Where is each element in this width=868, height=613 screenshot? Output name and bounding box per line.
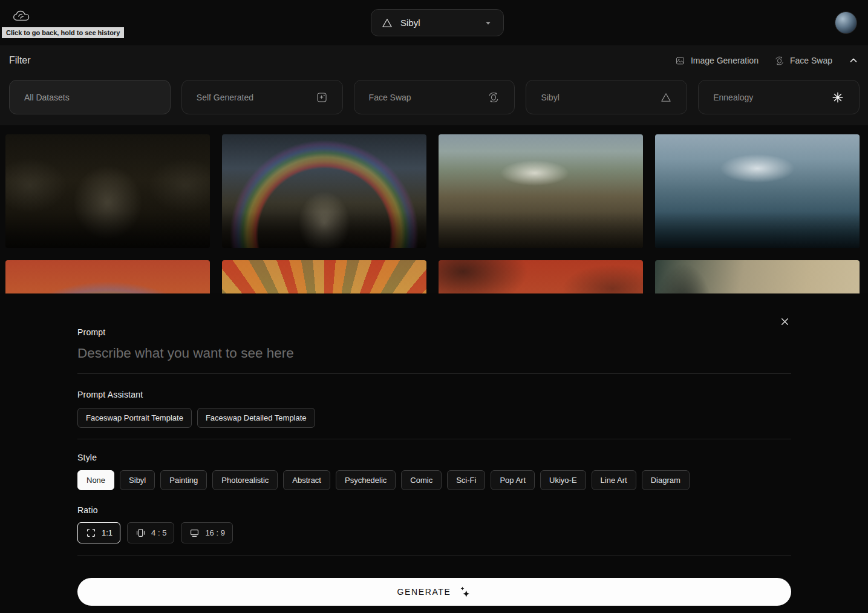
ratio-button-4-5[interactable]: 4 : 5: [127, 522, 174, 543]
style-chip-psychedelic[interactable]: Psychedelic: [336, 470, 396, 490]
prompt-assistant-label: Prompt Assistant: [77, 390, 791, 399]
generate-button[interactable]: GENERATE: [77, 578, 791, 606]
divider: [77, 556, 791, 556]
divider: [77, 439, 791, 439]
gallery-image-2[interactable]: [222, 134, 426, 248]
model-selector[interactable]: Sibyl: [371, 9, 504, 36]
ratio-button-1-1[interactable]: 1:1: [77, 522, 120, 543]
style-chip-painting[interactable]: Painting: [160, 470, 207, 490]
close-sheet-button[interactable]: [777, 313, 792, 329]
prompt-label: Prompt: [77, 327, 791, 337]
style-chip-comic[interactable]: Comic: [401, 470, 442, 490]
style-chip-ukiyo-e[interactable]: Ukiyo-E: [540, 470, 586, 490]
mode-image-generation[interactable]: Image Generation: [675, 56, 759, 66]
ratio-button-16-9[interactable]: 16 : 9: [181, 522, 233, 543]
style-chip-line-art[interactable]: Line Art: [592, 470, 636, 490]
gallery-image-1[interactable]: [5, 134, 210, 248]
face-swap-icon: [488, 91, 500, 103]
cloud-logo-icon: [12, 8, 33, 24]
dataset-filter-face-swap[interactable]: Face Swap: [354, 80, 515, 114]
style-chip-diagram[interactable]: Diagram: [642, 470, 690, 490]
portrait-ratio-icon: [135, 527, 146, 539]
ratio-option-label: 1:1: [102, 528, 113, 537]
mode-label: Image Generation: [691, 56, 759, 65]
style-chip-photorealistic[interactable]: Photorealistic: [212, 470, 278, 490]
dataset-filter-all[interactable]: All Datasets: [9, 80, 171, 114]
template-faceswap-portrait-button[interactable]: Faceswap Portrait Template: [77, 408, 192, 428]
filter-title: Filter: [9, 55, 31, 66]
prompt-input[interactable]: [77, 337, 791, 374]
template-faceswap-detailed-button[interactable]: Faceswap Detailed Template: [197, 408, 315, 428]
style-chip-pop-art[interactable]: Pop Art: [491, 470, 535, 490]
dataset-filter-row: All Datasets Self Generated Face Swap: [9, 80, 860, 114]
gallery-image-3[interactable]: [439, 134, 643, 248]
mode-label: Face Swap: [790, 56, 832, 65]
dataset-filter-ennealogy[interactable]: Ennealogy: [698, 80, 860, 114]
mode-group: Image Generation Face Swap: [675, 55, 859, 66]
close-icon: [779, 316, 791, 327]
pill-label: Ennealogy: [713, 93, 753, 102]
landscape-ratio-icon: [189, 527, 200, 539]
starburst-icon: [831, 91, 844, 104]
filter-header: Filter Image Generation: [9, 55, 859, 66]
style-chip-row: None Sibyl Painting Photorealistic Abstr…: [77, 470, 791, 490]
ratio-option-label: 4 : 5: [151, 528, 166, 537]
gallery-image-4[interactable]: [655, 134, 860, 248]
pill-label: Self Generated: [197, 93, 253, 102]
style-label: Style: [77, 453, 791, 462]
ratio-option-label: 16 : 9: [205, 528, 225, 537]
face-swap-icon: [774, 56, 785, 66]
triangle-icon: [381, 17, 393, 29]
mode-face-swap[interactable]: Face Swap: [774, 56, 832, 66]
model-name: Sibyl: [400, 18, 420, 28]
sparkle-square-icon: [316, 91, 328, 103]
style-chip-none[interactable]: None: [77, 470, 114, 490]
dataset-filter-self-generated[interactable]: Self Generated: [181, 80, 343, 114]
ratio-label: Ratio: [77, 505, 791, 515]
sheet-content: Prompt Prompt Assistant Faceswap Portrai…: [77, 293, 791, 606]
generate-label: GENERATE: [397, 587, 451, 597]
style-chip-abstract[interactable]: Abstract: [283, 470, 330, 490]
back-logo-button[interactable]: [12, 8, 34, 25]
style-chip-sibyl[interactable]: Sibyl: [120, 470, 155, 490]
pill-label: Face Swap: [369, 93, 411, 102]
back-tooltip: Click to go back, hold to see history: [2, 27, 124, 38]
collapse-filters-button[interactable]: [848, 55, 859, 66]
image-generation-icon: [675, 56, 685, 66]
user-avatar[interactable]: [835, 11, 857, 34]
pill-label: All Datasets: [24, 93, 70, 102]
template-row: Faceswap Portrait Template Faceswap Deta…: [77, 408, 791, 428]
filter-panel: Filter Image Generation: [0, 45, 868, 125]
sparkles-icon: [458, 585, 471, 598]
crop-square-icon: [85, 527, 97, 539]
ratio-row: 1:1 4 : 5 16 : 9: [77, 522, 791, 543]
style-chip-sci-fi[interactable]: Sci-Fi: [447, 470, 485, 490]
dataset-filter-sibyl[interactable]: Sibyl: [526, 80, 687, 114]
top-bar: Click to go back, hold to see history Si…: [0, 0, 868, 45]
triangle-icon: [660, 91, 672, 103]
pill-label: Sibyl: [541, 93, 559, 102]
app-screen: Click to go back, hold to see history Si…: [0, 0, 868, 613]
generation-sheet: Prompt Prompt Assistant Faceswap Portrai…: [0, 293, 868, 613]
chevron-up-icon: [848, 55, 859, 66]
caret-down-icon: [483, 18, 494, 28]
